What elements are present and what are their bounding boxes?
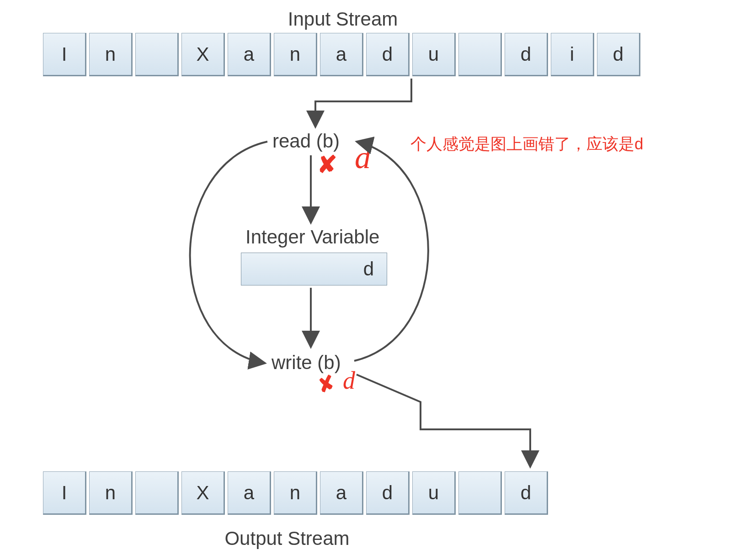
input-cell: n (274, 33, 317, 76)
input-stream-row: InXanadudid (43, 33, 640, 76)
output-cell: d (366, 471, 410, 515)
output-cell: n (89, 471, 133, 515)
annotation-comment: 个人感觉是图上画错了，应该是d (410, 133, 643, 155)
input-cell: a (228, 33, 271, 76)
output-cell: X (181, 471, 225, 515)
output-cell: u (412, 471, 456, 515)
red-x-top-icon: ✘ (317, 151, 337, 178)
integer-variable-label: Integer Variable (245, 226, 379, 248)
input-cell: d (366, 33, 410, 76)
input-cell (135, 33, 179, 76)
input-cell: d (597, 33, 640, 76)
read-label: read (b) (272, 130, 340, 152)
input-cell: a (320, 33, 363, 76)
red-x-bottom-icon: ✘ (314, 370, 338, 398)
output-cell: a (320, 471, 363, 515)
variable-box: d (241, 253, 387, 285)
output-stream-title: Output Stream (191, 528, 383, 549)
output-cell (135, 471, 179, 515)
variable-value: d (363, 258, 374, 280)
input-cell: X (181, 33, 225, 76)
output-cell: d (505, 471, 548, 515)
output-cell: a (228, 471, 271, 515)
handwritten-d-bottom: d (343, 366, 355, 395)
input-cell: I (43, 33, 86, 76)
input-cell: d (505, 33, 548, 76)
input-cell: u (412, 33, 456, 76)
output-cell: n (274, 471, 317, 515)
input-stream-title: Input Stream (256, 8, 430, 30)
input-cell: i (551, 33, 594, 76)
input-cell (458, 33, 502, 76)
handwritten-d-top: d (355, 139, 371, 176)
output-cell (458, 471, 502, 515)
output-stream-row: InXanadud (43, 471, 548, 515)
input-cell: n (89, 33, 133, 76)
output-cell: I (43, 471, 86, 515)
